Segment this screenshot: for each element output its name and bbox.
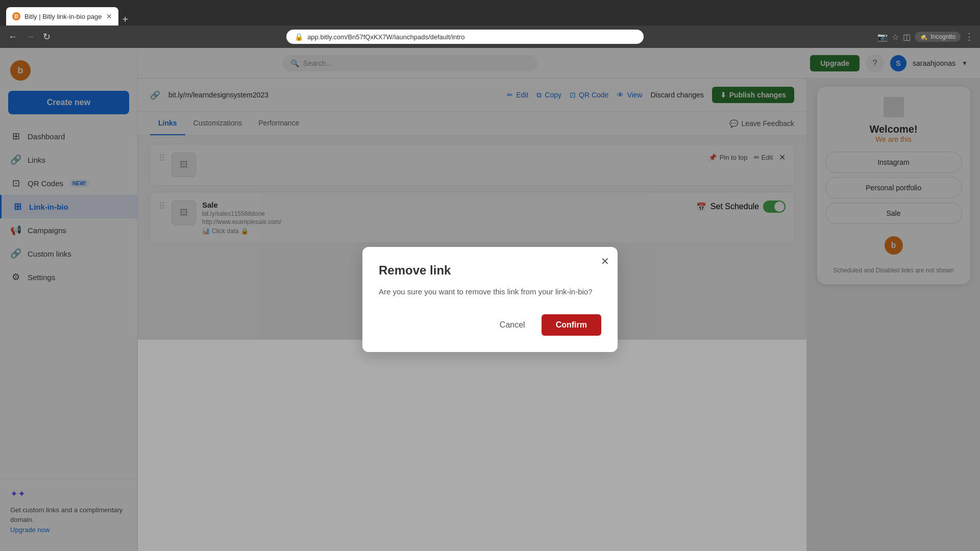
tab-favicon-letter: B xyxy=(14,13,18,19)
address-bar[interactable]: 🔒 app.bitly.com/Bn57fQxKX7W/launchpads/d… xyxy=(286,30,644,44)
incognito-badge: 🕵 Incognito xyxy=(915,32,961,42)
star-icon[interactable]: ☆ xyxy=(892,32,899,42)
incognito-icon: 🕵 xyxy=(920,33,927,40)
browser-toolbar: ← → ↻ 🔒 app.bitly.com/Bn57fQxKX7W/launch… xyxy=(0,26,980,48)
modal-close-button[interactable]: ✕ xyxy=(601,255,609,267)
extensions-icon[interactable]: ◫ xyxy=(903,32,911,42)
browser-chrome: B Bitly | Bitly link-in-bio page ✕ + xyxy=(0,0,980,26)
back-button[interactable]: ← xyxy=(6,30,19,44)
browser-toolbar-right: 📷 ☆ ◫ 🕵 Incognito ⋮ xyxy=(877,31,974,42)
modal-cancel-button[interactable]: Cancel xyxy=(489,314,535,336)
tab-favicon: B xyxy=(12,12,20,20)
modal-actions: Cancel Confirm xyxy=(379,314,601,336)
remove-link-modal: ✕ Remove link Are you sure you want to r… xyxy=(362,247,618,352)
modal-body: Are you sure you want to remove this lin… xyxy=(379,286,601,298)
menu-button[interactable]: ⋮ xyxy=(965,31,974,42)
tab-close-button[interactable]: ✕ xyxy=(106,12,112,20)
modal-title: Remove link xyxy=(379,263,601,278)
incognito-label: Incognito xyxy=(930,33,955,40)
camera-icon: 📷 xyxy=(877,32,888,42)
modal-confirm-button[interactable]: Confirm xyxy=(542,314,601,336)
refresh-button[interactable]: ↻ xyxy=(41,29,53,44)
address-text: app.bitly.com/Bn57fQxKX7W/launchpads/def… xyxy=(307,33,635,41)
tab-title: Bitly | Bitly link-in-bio page xyxy=(24,13,102,20)
browser-tabs: B Bitly | Bitly link-in-bio page ✕ + xyxy=(6,0,132,26)
active-tab[interactable]: B Bitly | Bitly link-in-bio page ✕ xyxy=(6,7,118,26)
forward-button[interactable]: → xyxy=(23,30,37,44)
new-tab-button[interactable]: + xyxy=(118,14,133,26)
modal-overlay: ✕ Remove link Are you sure you want to r… xyxy=(0,48,980,551)
lock-icon: 🔒 xyxy=(295,33,303,41)
